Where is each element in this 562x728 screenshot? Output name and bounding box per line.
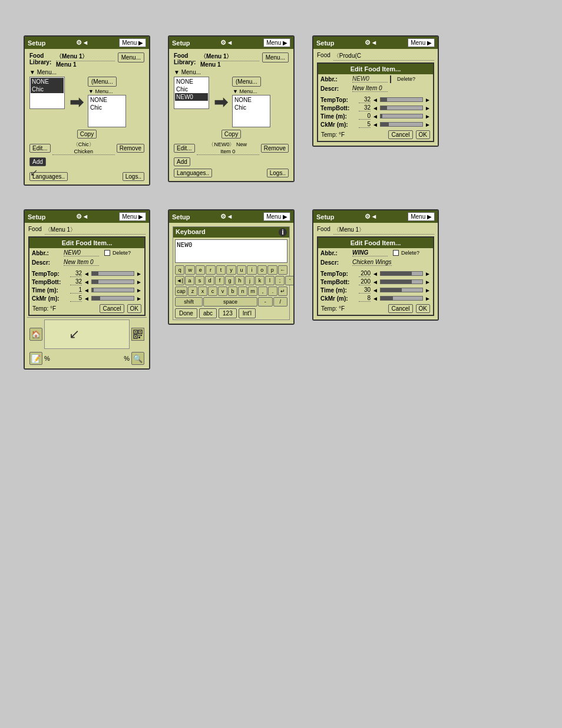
screen6-cancel-btn[interactable]: Cancel <box>388 304 412 313</box>
key-period[interactable]: . <box>268 286 277 296</box>
screen3-time-arrow-left[interactable]: ◄ <box>372 113 378 120</box>
screen5-intl-btn[interactable]: Int'l <box>239 308 256 318</box>
key-g[interactable]: g <box>225 276 234 285</box>
home-icon[interactable]: 🏠 <box>29 328 42 341</box>
screen3-tempbott-slider[interactable] <box>380 106 423 110</box>
key-comma[interactable]: , <box>258 286 267 296</box>
key-quote[interactable]: ' <box>285 276 295 285</box>
screen3-descr-value[interactable]: New Item 0 <box>352 85 388 92</box>
key-o[interactable]: o <box>257 265 267 275</box>
screen3-temptop-arrow-right[interactable]: ► <box>425 97 431 103</box>
screen1-left-list[interactable]: NONE Chic <box>29 77 65 109</box>
screen3-cancel-btn[interactable]: Cancel <box>388 130 412 139</box>
screen3-time-slider[interactable] <box>380 114 423 118</box>
screen6-menu-btn[interactable]: Menu ▶ <box>408 212 435 221</box>
screen2-languages-btn[interactable]: Languages.. <box>174 169 212 177</box>
screen4-descr-value[interactable]: New Item 0 <box>64 259 99 266</box>
key-i[interactable]: i <box>247 265 256 275</box>
key-slash[interactable]: / <box>273 297 288 307</box>
key-x[interactable]: x <box>198 286 207 296</box>
screen2-menu-btn-top[interactable]: (Menu... <box>232 77 261 87</box>
key-backspace[interactable]: ← <box>278 265 287 275</box>
key-m[interactable]: m <box>248 286 257 296</box>
screen1-right-item-none[interactable]: NONE <box>89 96 125 104</box>
screen3-delete-checkbox[interactable] <box>390 75 391 83</box>
screen3-checkbox[interactable] <box>390 76 395 83</box>
screen6-ckmt-arrow-left[interactable]: ◄ <box>372 295 378 302</box>
key-w[interactable]: w <box>185 265 194 275</box>
search-icon[interactable]: 🔍 <box>131 352 144 365</box>
key-p[interactable]: p <box>267 265 277 275</box>
screen2-right-list[interactable]: NONE Chic <box>232 95 270 127</box>
screen2-list-item-none[interactable]: NONE <box>175 78 208 85</box>
screen2-left-list[interactable]: NONE Chic NEW0 <box>174 77 209 109</box>
screen4-ckmt-slider[interactable] <box>91 296 134 301</box>
key-cap[interactable]: cap <box>175 286 187 296</box>
screen1-list-item-chic[interactable]: Chic <box>31 85 64 93</box>
screen2-copy-btn[interactable]: Copy <box>222 130 241 139</box>
key-e[interactable]: e <box>196 265 205 275</box>
screen1-menu-btn-top[interactable]: (Menu... <box>88 77 117 87</box>
screen2-add-btn[interactable]: Add <box>174 157 190 166</box>
screen4-time-slider[interactable] <box>91 288 134 292</box>
screen6-descr-value[interactable]: Chicken Wings <box>352 259 392 266</box>
screen2-right-item-none[interactable]: NONE <box>233 96 269 104</box>
screen3-tempbott-arrow-left[interactable]: ◄ <box>372 105 378 111</box>
key-r[interactable]: r <box>206 265 215 275</box>
key-a[interactable]: a <box>185 276 194 285</box>
screen4-ok-btn[interactable]: OK <box>127 304 141 313</box>
screen3-ckmt-arrow-left[interactable]: ◄ <box>372 121 378 128</box>
key-d[interactable]: d <box>205 276 214 285</box>
screen2-logs-btn[interactable]: Logs.. <box>267 169 289 177</box>
screen4-temptop-arrow-right[interactable]: ► <box>136 271 142 277</box>
screen1-list-item-none[interactable]: NONE <box>31 78 64 85</box>
screen3-ok-btn[interactable]: OK <box>416 130 430 139</box>
screen2-right-item-chic[interactable]: Chic <box>233 104 269 111</box>
screen1-copy-btn[interactable]: Copy <box>77 130 97 139</box>
key-l[interactable]: l <box>265 276 275 285</box>
screen3-menu-btn[interactable]: Menu ▶ <box>408 38 435 47</box>
screen1-menu-btn-right[interactable]: Menu... <box>118 52 144 62</box>
key-j[interactable]: j <box>245 276 254 285</box>
screen6-delete-checkbox[interactable] <box>393 250 399 256</box>
key-b[interactable]: b <box>228 286 237 296</box>
screen1-remove-btn[interactable]: Remove <box>117 144 144 153</box>
screen4-tempbott-arrow-left[interactable]: ◄ <box>84 279 90 285</box>
drawing-area[interactable]: ↙ <box>44 319 130 349</box>
screen4-tempbott-arrow-right[interactable]: ► <box>136 279 142 285</box>
screen6-ckmt-arrow-right[interactable]: ► <box>425 295 431 302</box>
screen4-delete-checkbox[interactable] <box>104 250 110 256</box>
key-z[interactable]: z <box>188 286 197 296</box>
screen6-abbr-value[interactable]: WING <box>352 249 388 256</box>
key-n[interactable]: n <box>238 286 247 296</box>
screen4-ckmt-arrow-right[interactable]: ► <box>136 295 142 302</box>
screen6-temptop-slider[interactable] <box>380 271 423 276</box>
screen3-temptop-slider[interactable] <box>380 97 423 102</box>
key-u[interactable]: u <box>237 265 246 275</box>
screen2-remove-btn[interactable]: Remove <box>261 144 289 153</box>
screen5-abc-btn[interactable]: abc <box>199 308 217 318</box>
key-y[interactable]: y <box>226 265 236 275</box>
screen1-add-btn[interactable]: Add <box>29 157 46 166</box>
screen6-ok-btn[interactable]: OK <box>416 304 430 313</box>
screen4-abbr-value[interactable]: NEW0 <box>64 249 99 256</box>
screen6-time-arrow-right[interactable]: ► <box>425 287 431 294</box>
screen2-list-item-chic[interactable]: Chic <box>175 85 208 93</box>
qr-icon[interactable] <box>131 328 144 341</box>
screen2-list-item-new0[interactable]: NEW0 <box>175 93 208 101</box>
edit-icon[interactable]: 📝 <box>29 352 42 365</box>
key-f[interactable]: f <box>215 276 224 285</box>
screen6-time-arrow-left[interactable]: ◄ <box>372 287 378 294</box>
key-q[interactable]: q <box>175 265 184 275</box>
screen1-right-item-chic[interactable]: Chic <box>89 104 125 111</box>
key-s[interactable]: s <box>195 276 204 285</box>
screen4-tempbott-slider[interactable] <box>91 279 134 284</box>
key-h[interactable]: h <box>235 276 244 285</box>
key-v[interactable]: v <box>218 286 227 296</box>
screen5-kb-input[interactable]: NEW0 <box>175 239 287 263</box>
screen5-123-btn[interactable]: 123 <box>219 308 237 318</box>
screen4-time-arrow-right[interactable]: ► <box>136 287 142 294</box>
key-semicolon[interactable]: ; <box>275 276 285 285</box>
screen6-tempbott-slider[interactable] <box>380 279 423 284</box>
screen6-tempbott-arrow-left[interactable]: ◄ <box>372 279 378 285</box>
